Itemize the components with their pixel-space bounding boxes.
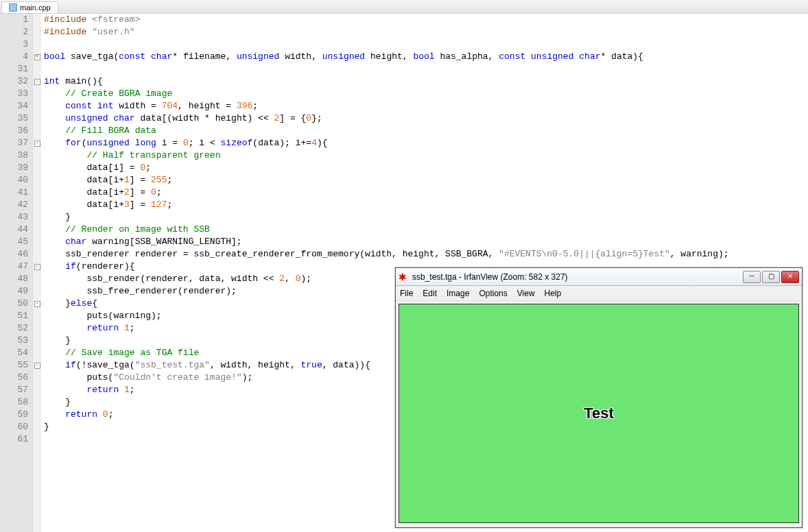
- fold-marker: [33, 223, 41, 236]
- code-line[interactable]: for(unsigned long i = 0; i < sizeof(data…: [44, 137, 808, 149]
- tab-main-cpp[interactable]: main.cpp: [1, 1, 58, 13]
- code-line[interactable]: bool save_tga(const char* filename, unsi…: [44, 51, 808, 63]
- fold-marker: [33, 396, 41, 409]
- fold-marker: [33, 384, 41, 396]
- menu-item-image[interactable]: Image: [447, 289, 469, 298]
- code-line[interactable]: data[i] = 0;: [44, 162, 808, 174]
- line-number: 52: [0, 322, 28, 335]
- line-number: 34: [0, 100, 28, 112]
- line-number: 42: [0, 199, 28, 211]
- fold-marker[interactable]: -: [33, 137, 41, 149]
- menu-item-options[interactable]: Options: [479, 289, 507, 298]
- line-number: 56: [0, 372, 28, 384]
- fold-marker: [33, 211, 41, 223]
- maximize-button[interactable]: ▢: [762, 271, 780, 283]
- irfanview-menu-bar: FileEditImageOptionsViewHelp: [396, 286, 802, 301]
- fold-marker: [33, 310, 41, 322]
- fold-marker: [33, 100, 41, 112]
- code-line[interactable]: // Fill BGRA data: [44, 125, 808, 137]
- code-line[interactable]: // Half transparent green: [44, 149, 808, 162]
- line-number: 37: [0, 137, 28, 149]
- window-buttons: ─ ▢ ✕: [741, 271, 799, 283]
- line-number: 53: [0, 335, 28, 347]
- fold-column[interactable]: + - - - - -: [33, 14, 41, 532]
- fold-marker: [33, 186, 41, 199]
- menu-item-file[interactable]: File: [400, 289, 413, 298]
- fold-marker[interactable]: -: [33, 261, 41, 273]
- line-number: 40: [0, 174, 28, 186]
- line-number: 59: [0, 409, 28, 421]
- fold-marker: [33, 409, 41, 421]
- close-button[interactable]: ✕: [781, 271, 799, 283]
- file-icon: [9, 3, 17, 12]
- line-number: 57: [0, 384, 28, 396]
- line-number: 41: [0, 186, 28, 199]
- code-line[interactable]: data[i+1] = 255;: [44, 174, 808, 186]
- fold-marker: [33, 322, 41, 335]
- code-line[interactable]: data[i+2] = 0;: [44, 186, 808, 199]
- code-line[interactable]: int main(){: [44, 75, 808, 88]
- line-number: 50: [0, 298, 28, 310]
- irfanview-canvas[interactable]: Test: [399, 304, 799, 523]
- irfanview-titlebar[interactable]: ✱ ssb_test.tga - IrfanView (Zoom: 582 x …: [396, 268, 802, 286]
- code-line[interactable]: [44, 63, 808, 75]
- line-number-gutter: 1234313233343536373839404142434445464748…: [0, 14, 33, 532]
- line-number: 36: [0, 125, 28, 137]
- menu-item-view[interactable]: View: [517, 289, 535, 298]
- fold-marker: [33, 236, 41, 248]
- line-number: 51: [0, 310, 28, 322]
- minimize-button[interactable]: ─: [743, 271, 761, 283]
- code-line[interactable]: // Render on image with SSB: [44, 223, 808, 236]
- code-line[interactable]: unsigned char data[(width * height) << 2…: [44, 112, 808, 125]
- menu-item-help[interactable]: Help: [545, 289, 562, 298]
- fold-marker[interactable]: -: [33, 75, 41, 88]
- line-number: 35: [0, 112, 28, 125]
- line-number: 46: [0, 248, 28, 261]
- line-number: 43: [0, 211, 28, 223]
- fold-marker: [33, 285, 41, 298]
- fold-marker: [33, 433, 41, 446]
- code-line[interactable]: data[i+3] = 127;: [44, 199, 808, 211]
- fold-marker[interactable]: -: [33, 359, 41, 372]
- fold-marker: [33, 347, 41, 359]
- line-number: 3: [0, 38, 28, 51]
- irfanview-title: ssb_test.tga - IrfanView (Zoom: 582 x 32…: [412, 272, 741, 282]
- canvas-test-text: Test: [584, 404, 614, 422]
- fold-marker: [33, 199, 41, 211]
- fold-marker: [33, 162, 41, 174]
- irfanview-window[interactable]: ✱ ssb_test.tga - IrfanView (Zoom: 582 x …: [395, 267, 803, 528]
- code-line[interactable]: // Create BGRA image: [44, 88, 808, 100]
- fold-marker: [33, 149, 41, 162]
- line-number: 48: [0, 273, 28, 285]
- fold-marker: [33, 38, 41, 51]
- line-number: 49: [0, 285, 28, 298]
- code-line[interactable]: [44, 38, 808, 51]
- fold-marker: [33, 248, 41, 261]
- fold-marker: [33, 14, 41, 26]
- code-line[interactable]: char warning[SSB_WARNING_LENGTH];: [44, 236, 808, 248]
- tab-label: main.cpp: [20, 3, 51, 12]
- code-line[interactable]: #include "user.h": [44, 26, 808, 38]
- fold-marker: [33, 112, 41, 125]
- irfanview-app-icon: ✱: [399, 271, 409, 282]
- menu-item-edit[interactable]: Edit: [423, 289, 437, 298]
- fold-marker[interactable]: -: [33, 298, 41, 310]
- line-number: 44: [0, 223, 28, 236]
- code-line[interactable]: #include <fstream>: [44, 14, 808, 26]
- line-number: 55: [0, 359, 28, 372]
- line-number: 61: [0, 433, 28, 446]
- line-number: 2: [0, 26, 28, 38]
- fold-marker: [33, 63, 41, 75]
- line-number: 4: [0, 51, 28, 63]
- line-number: 38: [0, 149, 28, 162]
- code-line[interactable]: const int width = 704, height = 396;: [44, 100, 808, 112]
- line-number: 45: [0, 236, 28, 248]
- line-number: 1: [0, 14, 28, 26]
- code-line[interactable]: ssb_renderer renderer = ssb_create_rende…: [44, 248, 808, 261]
- fold-marker: [33, 88, 41, 100]
- fold-marker[interactable]: +: [33, 51, 41, 63]
- fold-marker: [33, 335, 41, 347]
- fold-marker: [33, 372, 41, 384]
- editor-tab-bar: main.cpp: [0, 0, 808, 14]
- code-line[interactable]: }: [44, 211, 808, 223]
